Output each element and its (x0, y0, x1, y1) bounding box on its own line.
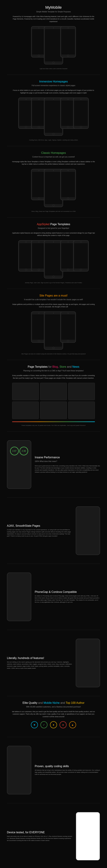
phone-mockup (73, 240, 89, 272)
phonegap-title: PhoneGap & Cordova Compatible (35, 590, 100, 593)
ajax-title: AJAX, SmoothState Pages (7, 524, 72, 527)
appstyled-title: AppStyled Page Templates (7, 223, 100, 226)
sitepages-sub: It wouldn't be a site template if we wou… (7, 299, 100, 301)
elite-section: Elite Quality and Mobile Niche and Top 1… (0, 696, 107, 737)
phone-mockup (73, 98, 89, 129)
features-desc: We lost nothing on the road to giving yo… (7, 661, 72, 670)
color-bar (12, 422, 95, 422)
perf-title: Insane Performance (35, 456, 100, 459)
perf-phone: A 97 A 98 (7, 440, 31, 489)
templates-title: Page Templates for Blog, Store and News (7, 365, 100, 368)
sitepages-section: Site Pages are a must! It wouldn't be a … (0, 289, 107, 360)
proven-section: Proven, quality coding skills All featur… (0, 737, 107, 803)
classic-title: Classic Homepages (7, 151, 100, 155)
badge-icon: ★ (31, 721, 38, 728)
screen-thumb (68, 402, 95, 419)
hero-section: MyMobile Simple Mobile Template for Simp… (0, 0, 107, 75)
screen-thumb (40, 402, 67, 419)
immersive-sub: Full screen immersive experience in clas… (7, 85, 100, 87)
score-circle: A 97 (10, 447, 19, 455)
features-title: Literally, hundreds of features! (7, 656, 72, 660)
badge-icon: ♦ (50, 721, 57, 728)
devices-phone (76, 812, 100, 861)
phonegap-section: PhoneGap & Cordova Compatible As stated … (0, 564, 107, 630)
appstyled-phones (7, 240, 100, 278)
classic-desc: Homepage styles like Store Template or N… (12, 160, 95, 165)
appstyled-sub: Designed to feel great for your fingerti… (7, 227, 100, 229)
elite-title: Elite Quality and Mobile Niche and Top 1… (7, 701, 100, 705)
hero-desc: Powered by 12 Homepages with 3 Site Skin… (12, 15, 95, 23)
classic-sub: Content focus is important as well, we g… (7, 156, 100, 158)
proven-desc: All features that we bring to the market… (35, 769, 100, 775)
badge-icons: ★ ✓ ♦ ● ▲ (7, 721, 100, 728)
templates-grid (12, 383, 95, 419)
badge-icon: ▲ (69, 721, 76, 728)
screen-thumb (12, 402, 39, 419)
immersive-phones (7, 98, 100, 136)
sitepages-caption: Site Pages can also be created using the… (7, 353, 100, 355)
ajax-desc: A smart user interface is very important… (7, 529, 72, 537)
immersive-title: Immersive Homepages (7, 80, 100, 83)
phonegap-desc: As stated on PhoneGap and Cordova FAQ pa… (35, 595, 100, 603)
devices-title: Device tested, for EVERYONE (7, 831, 72, 834)
proven-phone (7, 746, 31, 795)
sitepages-title: Site Pages are a must! (7, 294, 100, 297)
sitepages-desc: Swipe galleries and portfolios or multip… (12, 303, 95, 308)
badge-icon: ● (60, 721, 66, 728)
ajax-phone (76, 506, 100, 555)
features-phone (76, 639, 100, 687)
classic-caption: Store, Blog, News are Page Templates and… (7, 211, 100, 212)
templates-caption: These templates only use JS panels and h… (7, 425, 100, 426)
devices-section: Device tested, for EVERYONE Each and eve… (0, 803, 107, 868)
perf-sub: 100% What does that mean? (35, 460, 100, 462)
classic-phones (7, 169, 100, 207)
templates-desc: Every possible variation of Store, News … (12, 374, 95, 379)
classic-section: Classic Homepages Content focus is impor… (0, 146, 107, 217)
screen-thumb (68, 383, 95, 400)
hero-phones (7, 26, 100, 64)
screen-thumb (12, 383, 39, 400)
hero-caption: Light and Dark menu color schemes includ… (7, 68, 100, 69)
badge-icon: ✓ (41, 721, 47, 728)
immersive-caption: Coming Soon, 404 Error, App, Login, Sign… (7, 139, 100, 141)
elite-sub: With 35,000 satisfied customers, and a f… (7, 706, 100, 708)
phone-mockup (60, 311, 76, 343)
templates-section: Page Templates for Blog, Store and News … (0, 360, 107, 431)
ajax-section: AJAX, SmoothState Pages A smart user int… (0, 498, 107, 564)
features-section: Literally, hundreds of features! We lost… (0, 630, 107, 696)
phonegap-phone (7, 572, 31, 621)
proven-title: Proven, quality coding skills (35, 765, 100, 768)
phone-mockup (60, 26, 76, 58)
product-subtitle: Simple Mobile Template for Simple Purpos… (7, 11, 100, 13)
appstyled-caption: Activity Page, User Lists, Sign Up and L… (7, 282, 100, 283)
appstyled-desc: Application styled features are designed… (12, 232, 95, 237)
immersive-section: Immersive Homepages Full screen immersiv… (0, 75, 107, 146)
score-circle: A 98 (20, 447, 28, 455)
sitepages-phones (7, 311, 100, 350)
product-title: MyMobile (7, 5, 100, 10)
templates-sub: Planning on converting the item to a CMS… (7, 370, 100, 372)
screen-thumb (40, 383, 67, 400)
immersive-desc: Focus on what matters to you and your us… (12, 89, 95, 94)
elite-desc: We believe in our customers, that you ne… (12, 710, 95, 718)
appstyled-section: AppStyled Page Templates Designed to fee… (0, 218, 107, 289)
devices-desc: Each and every one of our items is teste… (7, 835, 72, 842)
perf-desc: We've put a great amount of effort into … (35, 465, 100, 473)
phone-mockup (60, 169, 76, 200)
performance-section: A 97 A 98 Insane Performance 100% What d… (0, 432, 107, 498)
